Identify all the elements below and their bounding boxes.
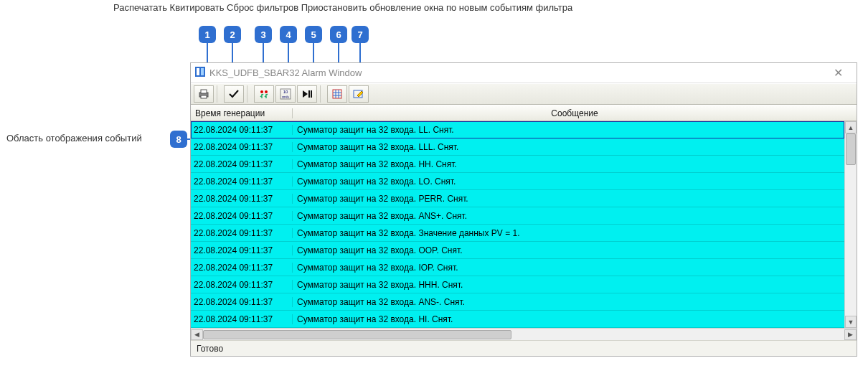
cell-msg: Сумматор защит на 32 входа. LO. Снят.	[293, 177, 844, 187]
toolbar-separator	[320, 85, 324, 103]
svg-point-7	[265, 90, 268, 93]
col-header-msg[interactable]: Сообщение	[293, 108, 857, 118]
side-caption: Область отображения событий	[6, 133, 142, 144]
scroll-up-button[interactable]: ▲	[845, 121, 857, 133]
cell-time: 22.08.2024 09:11:37	[191, 297, 293, 307]
title-bar: KKS_UDFB_SBAR32 Alarm Window ✕	[191, 63, 857, 83]
vertical-scrollbar[interactable]: ▲ ▼	[844, 121, 857, 328]
cell-msg: Сумматор защит на 32 входа. Значение дан…	[293, 228, 844, 238]
cell-msg: Сумматор защит на 32 входа. ANS-. Снят.	[293, 297, 844, 307]
table-row[interactable]: 22.08.2024 09:11:37Сумматор защит на 32 …	[191, 259, 844, 276]
cell-msg: Сумматор защит на 32 входа. IOP. Снят.	[293, 263, 844, 273]
callout-badge-1: 1	[199, 26, 216, 43]
hscroll-thumb[interactable]	[203, 330, 511, 339]
units-button[interactable]: 10m³/s	[275, 85, 296, 103]
hscroll-track[interactable]	[203, 329, 844, 340]
table-row[interactable]: 22.08.2024 09:11:37Сумматор защит на 32 …	[191, 225, 844, 242]
reset-filter-button[interactable]	[254, 85, 274, 103]
window-title: KKS_UDFB_SBAR32 Alarm Window	[209, 67, 824, 78]
cell-msg: Сумматор защит на 32 входа. LLL. Снят.	[293, 142, 844, 152]
cell-time: 22.08.2024 09:11:37	[191, 228, 293, 238]
cell-time: 22.08.2024 09:11:37	[191, 125, 293, 135]
ack-button[interactable]	[224, 85, 244, 103]
cell-time: 22.08.2024 09:11:37	[191, 142, 293, 152]
callout-badge-2: 2	[224, 26, 241, 43]
cell-msg: Сумматор защит на 32 входа. PERR. Снят.	[293, 194, 844, 204]
callout-badge-4: 4	[280, 26, 297, 43]
cell-time: 22.08.2024 09:11:37	[191, 263, 293, 273]
close-button[interactable]: ✕	[824, 66, 852, 80]
cell-msg: Сумматор защит на 32 входа. OOP. Снят.	[293, 245, 844, 255]
svg-rect-2	[201, 68, 204, 75]
scroll-left-button[interactable]: ◀	[191, 329, 203, 340]
cell-time: 22.08.2024 09:11:37	[191, 314, 293, 324]
cell-time: 22.08.2024 09:11:37	[191, 159, 293, 169]
svg-rect-1	[197, 68, 199, 75]
callout-badge-6: 6	[330, 26, 347, 43]
grid-header: Время генерации Сообщение	[191, 105, 857, 121]
callout-badge-3: 3	[255, 26, 272, 43]
table-row[interactable]: 22.08.2024 09:11:37Сумматор защит на 32 …	[191, 311, 844, 328]
cell-msg: Сумматор защит на 32 входа. HHH. Снят.	[293, 280, 844, 290]
table-row[interactable]: 22.08.2024 09:11:37Сумматор защит на 32 …	[191, 190, 844, 207]
col-header-time[interactable]: Время генерации	[191, 108, 293, 118]
svg-rect-5	[201, 95, 207, 98]
table-row[interactable]: 22.08.2024 09:11:37Сумматор защит на 32 …	[191, 276, 844, 293]
cell-msg: Сумматор защит на 32 входа. HI. Снят.	[293, 314, 844, 324]
svg-point-6	[260, 90, 263, 93]
scroll-right-button[interactable]: ▶	[844, 329, 857, 340]
grid-button[interactable]	[327, 85, 347, 103]
svg-rect-13	[333, 90, 341, 98]
svg-text:m³/s: m³/s	[282, 95, 289, 99]
cell-time: 22.08.2024 09:11:37	[191, 245, 293, 255]
table-row[interactable]: 22.08.2024 09:11:37Сумматор защит на 32 …	[191, 242, 844, 259]
table-row[interactable]: 22.08.2024 09:11:37Сумматор защит на 32 …	[191, 293, 844, 311]
callout-badge-8: 8	[170, 131, 187, 148]
table-row[interactable]: 22.08.2024 09:11:37Сумматор защит на 32 …	[191, 156, 844, 173]
status-text: Готово	[197, 344, 223, 354]
svg-rect-12	[311, 90, 312, 98]
cell-time: 22.08.2024 09:11:37	[191, 280, 293, 290]
table-row[interactable]: 22.08.2024 09:11:37Сумматор защит на 32 …	[191, 138, 844, 156]
print-button[interactable]	[194, 85, 214, 103]
horizontal-scrollbar[interactable]: ◀ ▶	[191, 328, 857, 340]
scroll-down-button[interactable]: ▼	[845, 316, 857, 328]
table-row[interactable]: 22.08.2024 09:11:37Сумматор защит на 32 …	[191, 173, 844, 190]
svg-text:10: 10	[283, 90, 288, 94]
cell-time: 22.08.2024 09:11:37	[191, 177, 293, 187]
toolbar-separator	[247, 85, 251, 103]
svg-rect-4	[201, 90, 207, 93]
events-grid: Время генерации Сообщение 22.08.2024 09:…	[191, 105, 857, 328]
table-row[interactable]: 22.08.2024 09:11:37Сумматор защит на 32 …	[191, 207, 844, 225]
svg-rect-11	[308, 90, 310, 98]
grid-rows: 22.08.2024 09:11:37Сумматор защит на 32 …	[191, 121, 844, 328]
table-row[interactable]: 22.08.2024 09:11:37Сумматор защит на 32 …	[191, 121, 844, 138]
alarm-window: KKS_UDFB_SBAR32 Alarm Window ✕ 10m³/s	[190, 62, 857, 357]
cell-msg: Сумматор защит на 32 входа. ANS+. Снят.	[293, 211, 844, 221]
scroll-thumb[interactable]	[846, 133, 856, 165]
cell-msg: Сумматор защит на 32 входа. LL. Снят.	[293, 125, 844, 135]
callouts-caption: Распечатать Квитировать Сброс фильтров П…	[113, 2, 572, 13]
toolbar: 10m³/s	[191, 83, 857, 105]
callout-badge-5: 5	[305, 26, 322, 43]
play-pause-button[interactable]	[297, 85, 317, 103]
cell-time: 22.08.2024 09:11:37	[191, 194, 293, 204]
callout-badge-7: 7	[352, 26, 369, 43]
toolbar-separator	[217, 85, 221, 103]
app-icon	[195, 67, 205, 79]
status-bar: Готово	[191, 340, 857, 356]
cell-time: 22.08.2024 09:11:37	[191, 211, 293, 221]
scroll-track[interactable]	[845, 133, 857, 316]
cell-msg: Сумматор защит на 32 входа. HH. Снят.	[293, 159, 844, 169]
edit-button[interactable]	[349, 85, 369, 103]
